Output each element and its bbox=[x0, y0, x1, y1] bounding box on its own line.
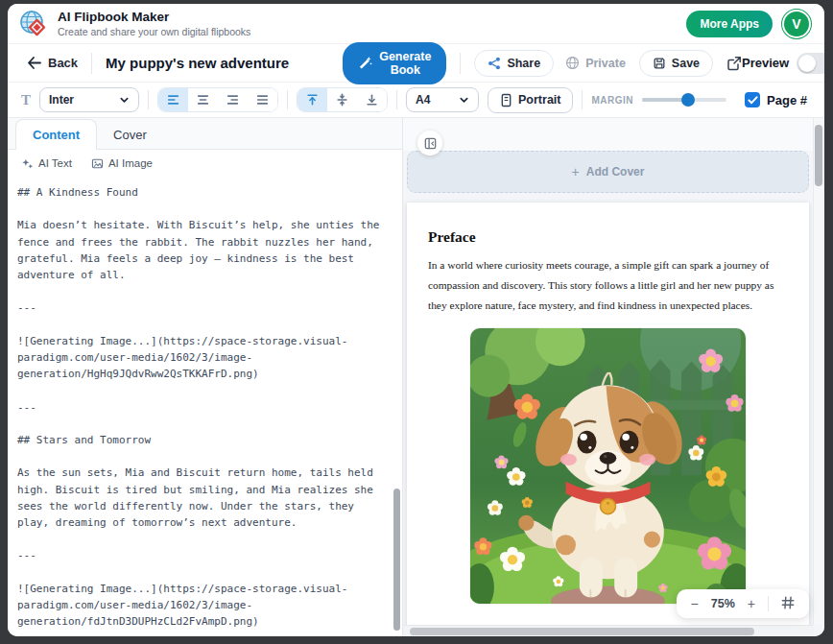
document-icon bbox=[500, 93, 512, 107]
orientation-label: Portrait bbox=[518, 93, 560, 107]
zoom-out-button[interactable]: − bbox=[689, 597, 701, 610]
markdown-editor[interactable]: ## A Kindness Found Mia doesn’t hesitate… bbox=[8, 177, 402, 636]
more-apps-button[interactable]: More Apps bbox=[686, 11, 773, 37]
editor-content[interactable]: ## A Kindness Found Mia doesn’t hesitate… bbox=[17, 184, 393, 630]
back-button[interactable]: Back bbox=[27, 56, 78, 70]
align-right-icon bbox=[226, 93, 240, 107]
valign-middle-button[interactable] bbox=[327, 88, 357, 111]
preview-vertical-scrollbar-thumb[interactable] bbox=[815, 125, 822, 186]
generate-book-button[interactable]: Generate Book bbox=[343, 42, 446, 84]
page-paragraph: In a world where curiosity meets courage… bbox=[428, 255, 788, 316]
back-label: Back bbox=[48, 56, 78, 70]
chevron-down-icon bbox=[119, 95, 130, 106]
margin-control: MARGIN bbox=[591, 95, 726, 106]
puppy-illustration bbox=[470, 328, 746, 604]
divider bbox=[396, 90, 397, 109]
preview-label: Preview bbox=[742, 56, 789, 70]
fit-frame-icon bbox=[781, 596, 795, 609]
check-icon bbox=[748, 96, 758, 105]
app-titles: AI Flipbook Maker Create and share your … bbox=[58, 10, 250, 38]
save-label: Save bbox=[672, 57, 700, 70]
zoom-level-value: 75% bbox=[711, 597, 735, 610]
ai-text-label: AI Text bbox=[38, 157, 72, 169]
preview-horizontal-scrollbar[interactable] bbox=[403, 625, 813, 636]
page-number-label: Page # bbox=[767, 93, 807, 107]
preview-top-strip bbox=[403, 118, 824, 151]
align-center-button[interactable] bbox=[188, 88, 218, 111]
divider bbox=[91, 53, 92, 74]
fit-to-frame-button[interactable] bbox=[779, 596, 797, 611]
sparkles-icon bbox=[21, 157, 34, 170]
margin-slider[interactable] bbox=[642, 98, 726, 102]
zoom-in-button[interactable]: + bbox=[746, 597, 757, 610]
external-link-icon bbox=[726, 56, 742, 71]
editor-scrollbar-thumb[interactable] bbox=[393, 489, 400, 631]
app-header: AI Flipbook Maker Create and share your … bbox=[8, 4, 824, 44]
page-number-checkbox[interactable] bbox=[745, 92, 760, 107]
main-area: Content Cover AI Text bbox=[8, 118, 824, 636]
private-label: Private bbox=[585, 57, 626, 70]
page-size-select[interactable]: A4 bbox=[406, 87, 479, 112]
divider bbox=[287, 90, 288, 109]
private-status-button[interactable]: Private bbox=[565, 56, 626, 70]
app-title: AI Flipbook Maker bbox=[58, 10, 250, 25]
save-button[interactable]: Save bbox=[639, 50, 713, 77]
align-right-button[interactable] bbox=[218, 88, 248, 111]
margin-label: MARGIN bbox=[591, 95, 633, 106]
ai-text-button[interactable]: AI Text bbox=[21, 157, 72, 170]
app-window: AI Flipbook Maker Create and share your … bbox=[8, 4, 824, 636]
margin-slider-knob[interactable] bbox=[681, 93, 695, 107]
user-avatar[interactable]: V bbox=[782, 10, 811, 38]
tab-cover[interactable]: Cover bbox=[97, 120, 163, 149]
zoom-controls: − 75% + bbox=[677, 589, 809, 618]
align-left-button[interactable] bbox=[158, 88, 188, 111]
save-icon bbox=[653, 57, 666, 70]
page-size-value: A4 bbox=[416, 93, 430, 107]
align-left-icon bbox=[166, 93, 180, 107]
globe-icon bbox=[565, 56, 580, 70]
preview-vertical-scrollbar[interactable] bbox=[813, 118, 824, 625]
panel-collapse-icon bbox=[423, 136, 438, 151]
ai-image-label: AI Image bbox=[108, 157, 153, 169]
preview-horizontal-scrollbar-thumb[interactable] bbox=[410, 628, 754, 635]
valign-top-icon bbox=[305, 93, 320, 107]
text-align-group bbox=[157, 87, 278, 112]
document-toolbar: Back My puppy's new adventure Generate B… bbox=[8, 44, 824, 83]
image-icon bbox=[91, 157, 104, 170]
valign-top-button[interactable] bbox=[298, 88, 327, 111]
share-icon bbox=[488, 57, 501, 70]
ai-tools-row: AI Text AI Image bbox=[8, 150, 402, 177]
toggle-knob bbox=[798, 55, 816, 72]
orientation-button[interactable]: Portrait bbox=[488, 87, 573, 113]
generate-book-label: Generate Book bbox=[379, 50, 431, 77]
share-button[interactable]: Share bbox=[474, 50, 554, 77]
app-subtitle: Create and share your own digital flipbo… bbox=[58, 26, 250, 37]
open-external-button[interactable] bbox=[726, 56, 742, 71]
tab-content[interactable]: Content bbox=[15, 119, 97, 150]
align-justify-button[interactable] bbox=[248, 88, 277, 111]
font-family-select[interactable]: Inter bbox=[39, 87, 139, 112]
preview-toggle[interactable] bbox=[797, 53, 824, 74]
page-heading: Preface bbox=[428, 228, 788, 246]
format-toolbar: T Inter bbox=[8, 83, 824, 118]
chevron-down-icon bbox=[459, 95, 469, 106]
app-logo-icon bbox=[19, 10, 48, 38]
typography-icon: T bbox=[21, 92, 31, 108]
add-cover-label: Add Cover bbox=[586, 165, 645, 179]
ai-image-button[interactable]: AI Image bbox=[91, 157, 153, 170]
book-page[interactable]: Preface In a world where curiosity meets… bbox=[407, 203, 809, 636]
document-title: My puppy's new adventure bbox=[106, 55, 289, 71]
page-number-control[interactable]: Page # bbox=[745, 92, 807, 107]
add-cover-placeholder[interactable]: + Add Cover bbox=[407, 151, 809, 193]
font-family-value: Inter bbox=[49, 93, 74, 107]
preview-panel: + Add Cover Preface In a world where cur… bbox=[403, 118, 824, 636]
collapse-panel-button[interactable] bbox=[417, 131, 442, 155]
divider bbox=[460, 53, 461, 74]
divider bbox=[582, 90, 583, 109]
valign-bottom-button[interactable] bbox=[357, 88, 387, 111]
screenshot-root: { "app": { "title": "AI Flipbook Maker",… bbox=[0, 0, 833, 644]
divider bbox=[768, 596, 769, 611]
preview-control: Preview bbox=[742, 53, 824, 74]
valign-bottom-icon bbox=[365, 93, 379, 107]
align-justify-icon bbox=[255, 93, 270, 107]
